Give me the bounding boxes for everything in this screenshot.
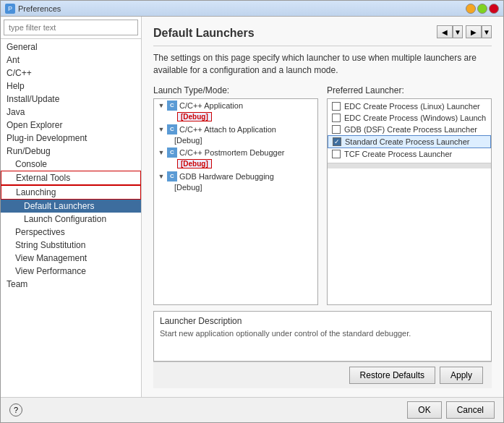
back-button[interactable]: ◀ [437, 25, 453, 38]
sidebar-item-general[interactable]: General [1, 40, 141, 54]
minimize-button[interactable] [466, 4, 476, 14]
sidebar-item-view-management[interactable]: View Management [1, 252, 141, 265]
sidebar-item-launch-configuration[interactable]: Launch Configuration [1, 213, 141, 226]
cpp-app-debug: [Debug] [177, 112, 212, 121]
launch-type-section: Launch Type/Mode: ▼ C C/C++ Application … [153, 85, 318, 305]
sidebar: General Ant C/C++ Help Install/Update Ja… [1, 17, 142, 397]
sidebar-item-default-launchers[interactable]: Default Launchers [1, 200, 141, 213]
forward-arrow-group: ▶ ▼ [466, 25, 492, 38]
checkbox-tcf[interactable] [332, 150, 341, 158]
launch-type-label: Launch Type/Mode: [153, 85, 318, 95]
preferred-item-gdb-dsf[interactable]: GDB (DSF) Create Process Launcher [328, 124, 491, 135]
sidebar-item-view-performance[interactable]: View Performance [1, 265, 141, 278]
ok-button[interactable]: OK [407, 401, 441, 419]
restore-defaults-button[interactable]: Restore Defaults [349, 367, 435, 384]
cpp-app-icon: C [167, 101, 177, 111]
edc-windows-label: EDC Create Process (Windows) Launch [344, 114, 486, 122]
expand-icon-gdb: ▼ [157, 172, 166, 181]
cpp-postmortem-child[interactable]: [Debug] [154, 159, 317, 170]
cancel-button[interactable]: Cancel [446, 401, 495, 419]
page-title: Default Launchers [153, 27, 255, 40]
forward-dropdown[interactable]: ▼ [482, 25, 492, 38]
gdb-label: GDB Hardware Debugging [179, 172, 274, 181]
preferred-item-edc-windows[interactable]: EDC Create Process (Windows) Launch [328, 112, 491, 124]
page-description: The settings on this page specify which … [153, 52, 492, 77]
search-input[interactable] [4, 20, 138, 35]
sidebar-item-console[interactable]: Console [1, 158, 141, 171]
expand-icon-postmortem: ▼ [157, 148, 166, 157]
sidebar-item-launching[interactable]: Launching [1, 185, 141, 200]
preferred-item-tcf[interactable]: TCF Create Process Launcher [328, 148, 491, 160]
sidebar-item-string-substitution[interactable]: String Substitution [1, 239, 141, 252]
window-icon: P [5, 4, 15, 14]
preferences-window: P Preferences General Ant C/C++ Help Ins… [0, 0, 504, 423]
nav-arrows: ◀ ▼ ▶ ▼ [437, 25, 492, 38]
sidebar-item-cpp[interactable]: C/C++ [1, 67, 141, 80]
footer-buttons: OK Cancel [407, 401, 495, 419]
sidebar-item-help[interactable]: Help [1, 80, 141, 93]
sidebar-tree: General Ant C/C++ Help Install/Update Ja… [1, 39, 141, 397]
titlebar: P Preferences [1, 1, 503, 17]
window-title: Preferences [18, 4, 466, 13]
preferred-list: EDC Create Process (Linux) Launcher EDC … [328, 99, 491, 161]
preferred-launcher-box[interactable]: EDC Create Process (Linux) Launcher EDC … [327, 98, 492, 305]
sidebar-item-java[interactable]: Java [1, 106, 141, 119]
cpp-attach-icon: C [167, 124, 177, 134]
sidebar-item-open-explorer[interactable]: Open Explorer [1, 119, 141, 132]
sidebar-item-run-debug[interactable]: Run/Debug [1, 145, 141, 158]
sidebar-item-external-tools[interactable]: External Tools [1, 171, 141, 185]
preferred-item-standard[interactable]: ✓ Standard Create Process Launcher [328, 135, 491, 148]
cpp-app-child[interactable]: [Debug] [154, 112, 317, 123]
checkbox-gdb-dsf[interactable] [332, 125, 341, 134]
gdb-child[interactable]: [Debug] [154, 183, 317, 193]
tcf-label: TCF Create Process Launcher [344, 150, 452, 158]
apply-button[interactable]: Apply [440, 367, 483, 384]
launch-type-cpp-postmortem: ▼ C C/C++ Postmortem Debugger [Debug] [154, 146, 317, 170]
launch-type-gdb: ▼ C GDB Hardware Debugging [Debug] [154, 170, 317, 193]
scrollbar[interactable] [328, 163, 491, 168]
main-panel: Default Launchers ◀ ▼ ▶ ▼ The settings o… [142, 17, 503, 397]
expand-icon: ▼ [157, 101, 166, 110]
panels-row: Launch Type/Mode: ▼ C C/C++ Application … [153, 85, 492, 305]
cpp-postmortem-icon: C [167, 148, 177, 158]
main-content: General Ant C/C++ Help Install/Update Ja… [1, 17, 503, 397]
preferred-item-edc-linux[interactable]: EDC Create Process (Linux) Launcher [328, 101, 491, 112]
sidebar-item-team[interactable]: Team [1, 278, 141, 291]
launch-type-cpp-attach: ▼ C C/C++ Attach to Application [Debug] [154, 123, 317, 146]
search-box [1, 17, 141, 39]
help-icon[interactable]: ? [9, 403, 22, 416]
cpp-postmortem-debug: [Debug] [177, 159, 212, 168]
launcher-desc-title: Launcher Description [160, 316, 485, 326]
cpp-postmortem-label: C/C++ Postmortem Debugger [179, 148, 285, 157]
back-dropdown[interactable]: ▼ [453, 25, 463, 38]
gdb-dsf-label: GDB (DSF) Create Process Launcher [344, 125, 477, 134]
launcher-desc: Launcher Description Start new applicati… [153, 311, 492, 362]
preferred-launcher-section: Preferred Launcher: EDC Create Process (… [327, 85, 492, 305]
cpp-attach-child[interactable]: [Debug] [154, 136, 317, 146]
footer-row: ? OK Cancel [1, 397, 503, 422]
maximize-button[interactable] [477, 4, 487, 14]
sidebar-item-install-update[interactable]: Install/Update [1, 93, 141, 106]
forward-button[interactable]: ▶ [466, 25, 482, 38]
checkbox-edc-linux[interactable] [332, 102, 341, 111]
close-button[interactable] [489, 4, 499, 14]
gdb-icon: C [167, 171, 177, 181]
back-arrow-group: ◀ ▼ [437, 25, 463, 38]
gdb-debug: [Debug] [174, 183, 202, 192]
standard-label: Standard Create Process Launcher [345, 137, 469, 146]
cpp-app-label: C/C++ Application [179, 101, 243, 110]
action-bar: Restore Defaults Apply [153, 362, 492, 388]
checkbox-standard[interactable]: ✓ [333, 137, 341, 146]
launcher-desc-text: Start new application optionally under c… [160, 329, 485, 338]
sidebar-item-ant[interactable]: Ant [1, 54, 141, 67]
checkbox-edc-windows[interactable] [332, 114, 341, 122]
sidebar-item-perspectives[interactable]: Perspectives [1, 226, 141, 239]
edc-linux-label: EDC Create Process (Linux) Launcher [344, 102, 480, 111]
cpp-attach-debug: [Debug] [174, 136, 202, 145]
window-controls [466, 4, 499, 14]
cpp-attach-label: C/C++ Attach to Application [179, 125, 276, 134]
launch-type-box[interactable]: ▼ C C/C++ Application [Debug] ▼ [153, 98, 318, 305]
preferred-launcher-label: Preferred Launcher: [327, 85, 492, 95]
expand-icon-attach: ▼ [157, 125, 166, 134]
sidebar-item-plugin-development[interactable]: Plug-in Development [1, 132, 141, 145]
